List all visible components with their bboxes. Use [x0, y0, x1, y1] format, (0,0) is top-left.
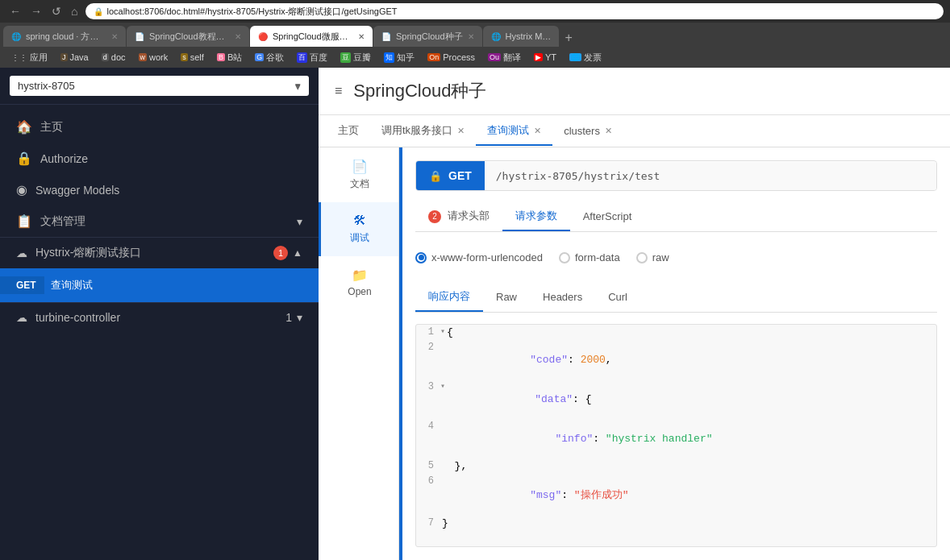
sidebar-group-hystrix-header[interactable]: ☁ Hystrix-熔断测试接口 1 ▲	[0, 238, 319, 268]
address-bar[interactable]: 🔒 localhost:8706/doc.html#/hystrix-8705/…	[85, 3, 944, 19]
bookmark-process[interactable]: On Process	[423, 51, 480, 64]
lock-icon: 🔒	[94, 7, 103, 16]
service-selector[interactable]: hystrix-8705 ▾	[10, 76, 309, 96]
panel-item-label: Open	[348, 286, 371, 297]
invoice-icon: 🌐	[569, 53, 581, 61]
radio-label: form-data	[575, 251, 620, 263]
new-tab-button[interactable]: +	[560, 29, 577, 47]
sidebar-item-label: Swagger Models	[35, 184, 119, 197]
tab-favicon: 🔴	[258, 32, 268, 41]
debug-icon: 🛠	[353, 214, 366, 228]
back-button[interactable]: ←	[6, 3, 24, 19]
fold-icon[interactable]: ▾	[440, 326, 445, 336]
bookmark-douban[interactable]: 豆 豆瓣	[335, 50, 376, 65]
open-icon: 📁	[352, 268, 368, 283]
tab-afterscript[interactable]: AfterScript	[570, 204, 645, 230]
radio-form-urlencoded[interactable]: x-www-form-urlencoded	[415, 251, 543, 263]
left-panel-open[interactable]: 📁 Open	[319, 256, 398, 309]
response-tab-content[interactable]: 响应内容	[415, 283, 483, 312]
sidebar-item-docs[interactable]: 📋 文档管理 ▾	[0, 205, 319, 237]
tab-close-icon[interactable]: ✕	[235, 32, 241, 41]
tab-request-params[interactable]: 请求参数	[502, 202, 570, 231]
lock-icon: 🔒	[16, 151, 32, 166]
bookmark-self[interactable]: s self	[176, 51, 209, 64]
bookmark-label: B站	[227, 52, 242, 64]
sidebar-item-label: Authorize	[40, 152, 88, 165]
bookmark-zhihu[interactable]: 知 知乎	[379, 50, 419, 65]
bookmark-invoice[interactable]: 🌐 发票	[565, 50, 606, 65]
tab-close-icon[interactable]: ✕	[534, 126, 541, 136]
app-tab-clusters[interactable]: clusters ✕	[552, 118, 623, 145]
code-line-4: 4 "info": "hystrix handler"	[416, 419, 936, 458]
browser-tab-5[interactable]: 🌐 Hystrix M…	[483, 26, 560, 47]
left-panel: 📄 文档 🛠 调试 📁 Open	[319, 147, 399, 560]
content-area: ≡ SpringCloud种子 主页 调用tk服务接口 ✕ 查询测试 ✕ clu…	[319, 68, 950, 560]
radio-circle	[636, 252, 648, 263]
sidebar-sub-item-get-query[interactable]: GET 查询测试	[0, 268, 319, 302]
tab-close-icon[interactable]: ✕	[111, 32, 118, 41]
radio-label: x-www-form-urlencoded	[431, 251, 543, 263]
get-url-input[interactable]	[485, 162, 936, 190]
sidebar-item-label: 文档管理	[40, 214, 85, 229]
bookmark-bilibili[interactable]: B B站	[212, 50, 247, 65]
bookmark-apps[interactable]: ⋮⋮ 应用	[6, 50, 52, 65]
tab-label: 响应内容	[428, 290, 470, 302]
bilibili-icon: B	[217, 53, 225, 61]
home-button[interactable]: ⌂	[68, 3, 81, 19]
main-content: 🔒 GET 2 请求头部 请求参数 AfterScript	[402, 147, 950, 560]
bookmark-label: Process	[443, 52, 475, 62]
bookmark-work[interactable]: w work	[134, 51, 173, 64]
code-line-6: 6 "msg": "操作成功"	[416, 474, 936, 516]
tab-close-icon[interactable]: ✕	[358, 32, 365, 41]
tab-favicon: 📄	[135, 32, 144, 41]
code-line-3: 3 ▾ "data": {	[416, 380, 936, 419]
bookmark-baidu[interactable]: 百 百度	[292, 50, 332, 65]
tab-label: SpringCloud种子	[396, 31, 463, 43]
app-tab-query[interactable]: 查询测试 ✕	[476, 117, 552, 146]
bookmark-google[interactable]: G 谷歌	[250, 50, 289, 65]
line-content: {	[447, 326, 936, 338]
home-icon: 🏠	[16, 119, 32, 135]
forward-button[interactable]: →	[27, 3, 45, 19]
bookmark-java[interactable]: J Java	[56, 51, 94, 64]
response-tab-raw[interactable]: Raw	[483, 284, 530, 311]
response-tab-headers[interactable]: Headers	[530, 284, 595, 311]
docs-icon: 📋	[16, 214, 32, 229]
browser-tab-bar: 🌐 spring cloud · 方便加密参… ✕ 📄 SpringCloud教…	[0, 23, 950, 47]
radio-form-data[interactable]: form-data	[559, 251, 620, 263]
fold-icon[interactable]: ▾	[440, 381, 445, 391]
sidebar-group-turbine[interactable]: ☁ turbine-controller 1 ▾	[0, 302, 319, 332]
group-label: turbine-controller	[35, 311, 120, 324]
line-content: "info": "hystrix handler"	[442, 421, 936, 457]
left-panel-docs[interactable]: 📄 文档	[319, 147, 398, 202]
sidebar-item-swagger[interactable]: ◉ Swagger Models	[0, 174, 319, 205]
bookmark-doc[interactable]: d doc	[97, 51, 131, 64]
reload-button[interactable]: ↺	[48, 3, 65, 19]
code-line-1: 1 ▾ {	[416, 325, 936, 340]
bookmark-label: 知乎	[397, 52, 415, 64]
tab-request-header[interactable]: 2 请求头部	[415, 202, 502, 231]
bookmark-translate[interactable]: Ou 翻译	[483, 50, 526, 65]
tab-close-icon[interactable]: ✕	[468, 32, 474, 41]
app-tab-tk[interactable]: 调用tk服务接口 ✕	[370, 117, 476, 146]
browser-chrome: ← → ↺ ⌂ 🔒 localhost:8706/doc.html#/hystr…	[0, 0, 950, 23]
line-content: },	[442, 460, 936, 472]
browser-tab-4[interactable]: 📄 SpringCloud种子 ✕	[373, 26, 482, 47]
tab-close-icon[interactable]: ✕	[457, 126, 465, 136]
hamburger-icon[interactable]: ≡	[335, 84, 342, 98]
bookmark-youtube[interactable]: ▶ YT	[529, 51, 561, 64]
left-panel-debug[interactable]: 🛠 调试	[319, 202, 398, 256]
sidebar-item-authorize[interactable]: 🔒 Authorize	[0, 143, 319, 174]
app-tabs: 主页 调用tk服务接口 ✕ 查询测试 ✕ clusters ✕	[319, 115, 950, 147]
browser-tab-1[interactable]: 🌐 spring cloud · 方便加密参… ✕	[3, 26, 126, 47]
browser-tab-2[interactable]: 📄 SpringCloud教程第15篇： ✕	[127, 26, 249, 47]
browser-tab-3[interactable]: 🔴 SpringCloud微服务架… ✕	[250, 26, 373, 47]
tab-badge: 2	[428, 210, 441, 223]
radio-raw[interactable]: raw	[636, 251, 669, 263]
sidebar-item-home[interactable]: 🏠 主页	[0, 111, 319, 143]
bookmark-label: Java	[70, 52, 89, 62]
tab-close-icon[interactable]: ✕	[605, 126, 612, 136]
app-tab-home[interactable]: 主页	[327, 117, 370, 146]
app-header: ≡ SpringCloud种子	[319, 68, 950, 115]
response-tab-curl[interactable]: Curl	[595, 284, 640, 311]
